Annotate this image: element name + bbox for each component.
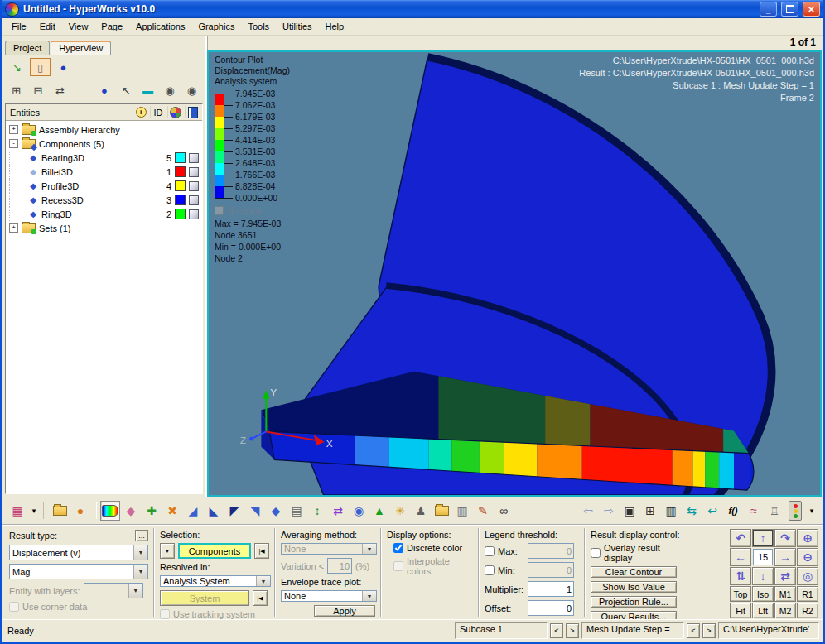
step-next-button[interactable]: >	[702, 623, 716, 638]
resolved-in-select[interactable]: Analysis System ▼	[160, 575, 271, 587]
build-plots-icon[interactable]: ≈	[744, 501, 764, 521]
add-folder-icon[interactable]	[432, 501, 451, 521]
view-r2-button[interactable]: R2	[797, 603, 818, 618]
page-forward-icon[interactable]: ⇨	[599, 501, 619, 521]
animation-caret[interactable]: ▾	[806, 501, 818, 521]
zoom-out-button[interactable]: ⊖	[797, 548, 818, 566]
overlay-result-checkbox[interactable]: Overlay result display	[591, 543, 688, 563]
info-column-icon[interactable]: i	[133, 106, 148, 118]
component-color-swatch[interactable]	[175, 166, 186, 177]
view-r1-button[interactable]: R1	[797, 586, 818, 602]
view-top-button[interactable]: Top	[730, 586, 751, 602]
tracking-panel-icon[interactable]: ◥	[245, 501, 265, 521]
measures-icon[interactable]: ↕	[307, 501, 327, 521]
model-files-caret[interactable]: ▾	[28, 501, 40, 521]
collapse-icon[interactable]: -	[9, 139, 18, 148]
contour-icon[interactable]	[100, 501, 120, 521]
component-style-icon[interactable]	[189, 181, 199, 191]
result-type-more-button[interactable]: ...	[135, 530, 148, 541]
result-component-select[interactable]: Mag ▼	[9, 564, 148, 579]
iso-value-icon[interactable]: ▲	[369, 501, 389, 521]
component-color-swatch[interactable]	[175, 195, 186, 205]
eye-plusminus-icon[interactable]: ◉	[160, 81, 179, 99]
subcase-next-button[interactable]: >	[566, 623, 579, 638]
flip-models-icon[interactable]: ⇄	[328, 501, 348, 521]
pan-left-button[interactable]: ←	[730, 548, 751, 566]
averaging-select[interactable]: None ▼	[281, 543, 377, 555]
model-page-icon[interactable]: ●	[53, 58, 74, 76]
measure-ruler-icon[interactable]: ▬	[138, 81, 157, 99]
expand-icon[interactable]: +	[9, 125, 18, 134]
minimize-button[interactable]: _	[760, 2, 777, 17]
session-notes-icon[interactable]: ▥	[452, 501, 472, 521]
envelope-select[interactable]: None ▼	[281, 590, 377, 602]
color-column-icon[interactable]	[167, 106, 183, 118]
capture-burst-icon[interactable]: ✳	[390, 501, 410, 521]
rotate-ccw-button[interactable]: ↶	[730, 529, 751, 547]
id-column-header[interactable]: ID	[150, 106, 166, 118]
page-layout-icon[interactable]: ▥	[661, 501, 681, 521]
tracking-antenna-icon[interactable]: ◉	[349, 501, 369, 521]
visibility-glasses-icon[interactable]: ∞	[494, 501, 514, 521]
close-button[interactable]: ✕	[803, 2, 820, 17]
chevron-down-icon[interactable]: ▼	[133, 565, 147, 579]
chevron-down-icon[interactable]: ▼	[362, 591, 376, 601]
tree-item-bearing3d[interactable]: ◆Bearing3D5	[6, 151, 202, 165]
components-collector-button[interactable]: Components	[178, 543, 252, 559]
view-fit-button[interactable]: Fit	[730, 603, 751, 618]
tree-item-sets[interactable]: + Sets (1)	[6, 221, 202, 235]
page-window-icon[interactable]: ▯	[30, 58, 51, 76]
camera-views-button[interactable]: ◎	[797, 567, 818, 585]
pan-right-button[interactable]: →	[774, 548, 796, 566]
menu-item-edit[interactable]: Edit	[33, 20, 62, 33]
tree-item-assembly[interactable]: + Assembly Hierarchy	[6, 123, 202, 137]
tree-item-components[interactable]: - Components (5)	[6, 137, 202, 151]
restore-button[interactable]	[781, 2, 798, 17]
offset-input[interactable]	[528, 600, 574, 616]
menu-item-file[interactable]: File	[5, 20, 33, 33]
eye-single-icon[interactable]: ◉	[182, 81, 201, 99]
sync-tree-icon[interactable]: ⇄	[51, 81, 70, 99]
selection-caret-button[interactable]: ▼	[160, 543, 175, 559]
entity-attributes-icon[interactable]: ♟	[411, 501, 431, 521]
view-m2-button[interactable]: M2	[774, 603, 796, 618]
component-style-icon[interactable]	[189, 195, 199, 205]
menu-item-view[interactable]: View	[62, 20, 95, 33]
collapse-tree-icon[interactable]: ⊟	[28, 81, 47, 99]
apply-button[interactable]: Apply	[314, 605, 375, 617]
model-files-icon[interactable]: ▦	[7, 501, 27, 521]
menu-item-utilities[interactable]: Utilities	[276, 20, 318, 33]
clear-contour-button[interactable]: Clear Contour	[591, 566, 677, 578]
vector-plot-icon[interactable]: ✚	[142, 501, 162, 521]
exploded-view-icon[interactable]: ◣	[204, 501, 224, 521]
pan-up-button[interactable]: ↑	[752, 529, 774, 547]
open-model-icon[interactable]	[50, 501, 70, 521]
tree-item-billet3d[interactable]: ◆Billet3D1	[6, 165, 202, 179]
expression-fx-icon[interactable]: f()	[723, 501, 743, 521]
graphics-viewport[interactable]: Y X Z Contour Plot Displacement(Mag) Ana…	[207, 50, 822, 497]
tree-item-ring3d[interactable]: ◆Ring3D2	[6, 207, 202, 221]
component-style-icon[interactable]	[189, 209, 199, 219]
section-cut-icon[interactable]: ◢	[183, 501, 203, 521]
component-style-icon[interactable]	[189, 167, 199, 177]
result-type-select[interactable]: Displacement (v) ▼	[9, 545, 148, 560]
entities-column-header[interactable]: Entities	[10, 108, 131, 118]
pan-down-button[interactable]: ↓	[752, 567, 774, 585]
max-threshold-checkbox[interactable]: Max:	[485, 546, 524, 556]
component-color-swatch[interactable]	[175, 152, 186, 163]
step-prev-button[interactable]: <	[687, 623, 700, 638]
view-iso-button[interactable]: Iso	[752, 586, 774, 602]
projection-rule-button[interactable]: Projection Rule...	[591, 596, 677, 608]
component-color-swatch[interactable]	[175, 209, 186, 219]
zoom-in-button[interactable]: ⊕	[797, 529, 818, 547]
rotate-angle-input[interactable]	[753, 549, 773, 565]
select-cursor-icon[interactable]: ↖	[117, 81, 136, 99]
tree-item-recess3d[interactable]: ◆Recess3D3	[6, 193, 202, 207]
menu-item-page[interactable]: Page	[94, 20, 129, 33]
chevron-down-icon[interactable]: ▼	[362, 544, 376, 554]
expand-icon[interactable]: +	[9, 223, 18, 233]
subcase-prev-button[interactable]: <	[550, 623, 563, 638]
menu-item-tools[interactable]: Tools	[241, 20, 276, 33]
chevron-down-icon[interactable]: ▼	[133, 545, 147, 560]
animation-start-stop-icon[interactable]	[785, 501, 805, 521]
